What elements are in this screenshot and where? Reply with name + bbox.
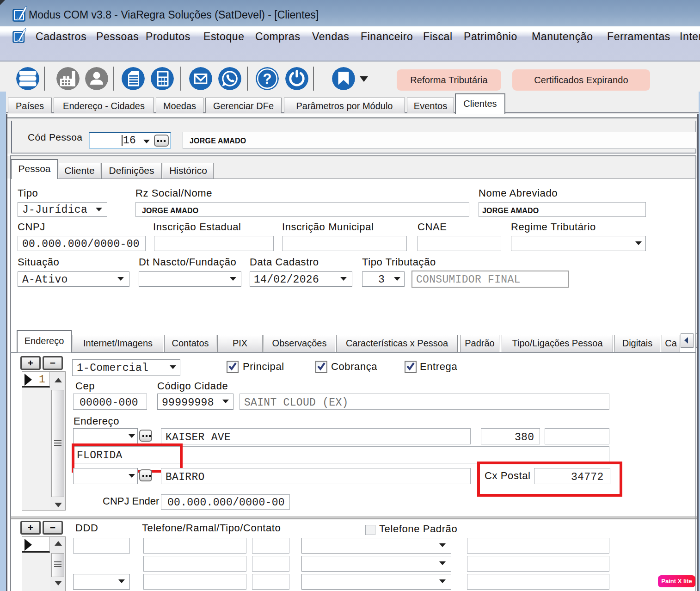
svg-text:?: ? — [263, 71, 272, 87]
